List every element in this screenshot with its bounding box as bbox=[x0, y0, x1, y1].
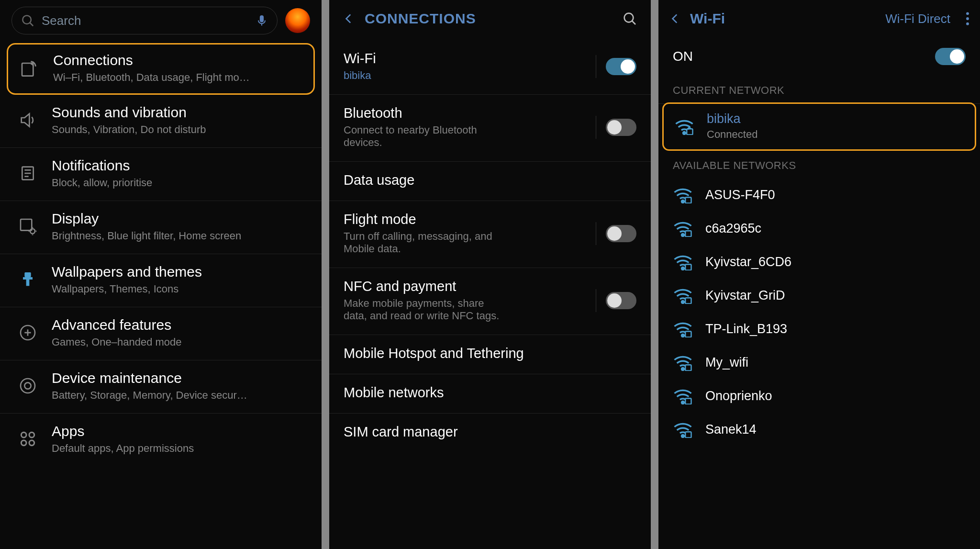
svg-point-39 bbox=[682, 301, 684, 303]
item-subtitle: Brightness, Blue light filter, Home scre… bbox=[52, 230, 308, 242]
svg-rect-14 bbox=[24, 272, 31, 277]
profile-avatar[interactable] bbox=[285, 8, 310, 33]
microphone-icon[interactable] bbox=[255, 14, 268, 27]
ssid: ASUS-F4F0 bbox=[705, 188, 775, 202]
notifications-icon bbox=[17, 163, 38, 184]
svg-rect-42 bbox=[685, 331, 691, 337]
item-apps[interactable]: Apps Default apps, App permissions bbox=[0, 414, 322, 466]
item-title: Connections bbox=[53, 52, 307, 68]
wifi-on-label: ON bbox=[673, 49, 935, 64]
svg-rect-40 bbox=[685, 298, 691, 303]
header-title: Wi-Fi bbox=[690, 11, 877, 27]
header: CONNECTIONS bbox=[329, 0, 651, 40]
current-network-row[interactable]: bibika Connected bbox=[662, 102, 976, 151]
wifi-direct-button[interactable]: Wi-Fi Direct bbox=[885, 11, 950, 26]
ssid: c6a2965c bbox=[705, 221, 761, 236]
item-notifications[interactable]: Notifications Block, allow, prioritise bbox=[0, 148, 322, 201]
wifi-toggle[interactable] bbox=[606, 58, 636, 75]
item-advanced[interactable]: Advanced features Games, One–handed mode bbox=[0, 307, 322, 360]
item-connections[interactable]: Connections Wi–Fi, Bluetooth, Data usage… bbox=[7, 43, 315, 95]
wifi-signal-icon bbox=[673, 421, 693, 438]
item-subtitle: Turn off calling, messaging, and Mobile … bbox=[344, 230, 501, 255]
separator bbox=[596, 289, 596, 312]
hotspot-item[interactable]: Mobile Hotspot and Tethering bbox=[329, 335, 651, 374]
item-subtitle: Games, One–handed mode bbox=[52, 336, 308, 348]
svg-rect-8 bbox=[21, 219, 32, 230]
svg-point-33 bbox=[682, 201, 684, 203]
flight-toggle[interactable] bbox=[606, 225, 636, 242]
svg-rect-3 bbox=[22, 63, 33, 76]
svg-rect-48 bbox=[685, 432, 691, 437]
header: Wi-Fi Wi-Fi Direct bbox=[658, 0, 980, 39]
nfc-item[interactable]: NFC and payment Make mobile payments, sh… bbox=[329, 268, 651, 335]
item-subtitle: Make mobile payments, share data, and re… bbox=[344, 297, 501, 322]
mobile-networks-item[interactable]: Mobile networks bbox=[329, 374, 651, 414]
separator bbox=[596, 222, 596, 245]
wifi-network-row[interactable]: ASUS-F4F0 bbox=[658, 179, 980, 212]
svg-point-23 bbox=[29, 432, 34, 437]
ssid: bibika bbox=[707, 112, 757, 126]
item-title: Sounds and vibration bbox=[52, 104, 308, 121]
item-title: Wallpapers and themes bbox=[52, 264, 308, 280]
svg-point-31 bbox=[683, 132, 686, 134]
wifi-network-row[interactable]: TP-Link_B193 bbox=[658, 313, 980, 346]
item-title: NFC and payment bbox=[344, 279, 586, 294]
wifi-signal-icon bbox=[673, 387, 693, 404]
item-sounds[interactable]: Sounds and vibration Sounds, Vibration, … bbox=[0, 95, 322, 148]
svg-point-22 bbox=[21, 432, 26, 437]
svg-point-28 bbox=[966, 12, 969, 15]
gear-plus-icon bbox=[17, 322, 38, 343]
item-subtitle: Wi–Fi, Bluetooth, Data usage, Flight mo… bbox=[53, 71, 307, 84]
status: Connected bbox=[707, 128, 757, 141]
header-title: CONNECTIONS bbox=[365, 11, 612, 27]
wifi-network-row[interactable]: My_wifi bbox=[658, 346, 980, 380]
back-icon[interactable] bbox=[669, 12, 681, 25]
data-usage-item[interactable]: Data usage bbox=[329, 162, 651, 201]
bluetooth-item[interactable]: Bluetooth Connect to nearby Bluetooth de… bbox=[329, 95, 651, 162]
wifi-on-toggle[interactable] bbox=[935, 48, 966, 65]
svg-point-20 bbox=[21, 379, 35, 393]
separator bbox=[596, 55, 596, 78]
svg-point-43 bbox=[682, 368, 684, 370]
item-title: Advanced features bbox=[52, 317, 308, 333]
wifi-network-row[interactable]: Kyivstar_GriD bbox=[658, 279, 980, 313]
wifi-network-row[interactable]: c6a2965c bbox=[658, 212, 980, 246]
connections-panel: CONNECTIONS Wi-Fi bibika Bluetooth Conne… bbox=[329, 0, 651, 549]
current-network-label: CURRENT NETWORK bbox=[658, 76, 980, 104]
wifi-network-row[interactable]: Kyivstar_6CD6 bbox=[658, 246, 980, 279]
wifi-network-row[interactable]: Onoprienko bbox=[658, 380, 980, 413]
search-placeholder: Search bbox=[42, 13, 248, 28]
item-wallpapers[interactable]: Wallpapers and themes Wallpapers, Themes… bbox=[0, 254, 322, 307]
svg-rect-46 bbox=[685, 398, 691, 404]
search-input[interactable]: Search bbox=[11, 7, 278, 34]
item-maintenance[interactable]: Device maintenance Battery, Storage, Mem… bbox=[0, 360, 322, 414]
item-subtitle: Default apps, App permissions bbox=[52, 442, 308, 455]
wifi-network-row[interactable]: Sanek14 bbox=[658, 413, 980, 447]
svg-point-45 bbox=[682, 402, 684, 404]
ssid: Kyivstar_GriD bbox=[705, 288, 785, 303]
separator bbox=[596, 116, 596, 139]
item-subtitle: bibika bbox=[344, 69, 501, 82]
back-icon[interactable] bbox=[343, 12, 355, 25]
svg-rect-36 bbox=[685, 231, 691, 236]
svg-point-24 bbox=[21, 440, 26, 446]
wifi-master-switch[interactable]: ON bbox=[658, 39, 980, 76]
wifi-signal-icon bbox=[673, 186, 693, 203]
item-title: Device maintenance bbox=[52, 370, 308, 386]
wifi-panel: Wi-Fi Wi-Fi Direct ON CURRENT NETWORK bi… bbox=[658, 0, 980, 549]
svg-rect-38 bbox=[685, 264, 691, 270]
ssid: Sanek14 bbox=[705, 422, 757, 437]
bluetooth-toggle[interactable] bbox=[606, 119, 636, 136]
flight-mode-item[interactable]: Flight mode Turn off calling, messaging,… bbox=[329, 201, 651, 268]
wifi-signal-icon bbox=[673, 253, 693, 270]
sim-item[interactable]: SIM card manager bbox=[329, 414, 651, 452]
svg-point-9 bbox=[30, 229, 35, 234]
search-icon[interactable] bbox=[622, 11, 637, 26]
item-subtitle: Connect to nearby Bluetooth devices. bbox=[344, 124, 501, 149]
more-icon[interactable] bbox=[966, 11, 969, 26]
wifi-item[interactable]: Wi-Fi bibika bbox=[329, 40, 651, 95]
nfc-toggle[interactable] bbox=[606, 292, 636, 309]
item-display[interactable]: Display Brightness, Blue light filter, H… bbox=[0, 201, 322, 254]
refresh-icon bbox=[17, 375, 38, 396]
item-subtitle: Wallpapers, Themes, Icons bbox=[52, 283, 308, 295]
